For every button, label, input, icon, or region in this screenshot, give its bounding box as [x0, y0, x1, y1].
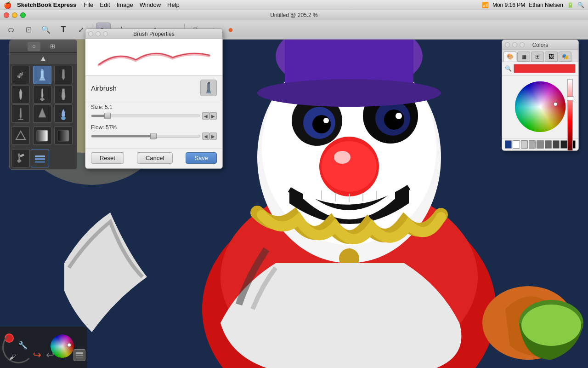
marker-tool[interactable] — [54, 66, 73, 84]
flow-increase-button[interactable]: ▶ — [209, 132, 217, 140]
user-name: Ethan Nielsen — [529, 2, 563, 8]
dark-gradient-tool[interactable] — [54, 126, 73, 145]
colors-search-icon[interactable]: 🔍 — [505, 65, 512, 72]
color-wheel-button[interactable]: ● — [223, 23, 238, 37]
brush-stroke-preview — [85, 39, 222, 76]
smear-tool[interactable] — [11, 104, 30, 123]
svg-point-11 — [312, 115, 331, 133]
main-title-bar: Untitled @ 205.2 % — [0, 10, 588, 20]
arc-tool-icon[interactable]: 🔧 — [18, 341, 28, 350]
bottom-left-toolbar: 🔧 🖌 ↩ ↩ — [0, 327, 87, 368]
search-icon[interactable]: 🔍 — [577, 2, 584, 8]
colors-tab-wheel[interactable]: 🎨 — [503, 52, 516, 62]
brush-dialog-close[interactable] — [88, 31, 93, 36]
color-value-thumb[interactable] — [567, 97, 574, 100]
colors-tab-image[interactable]: 🖼 — [545, 52, 558, 62]
size-slider-row: ◀ ▶ — [91, 112, 217, 120]
lasso-tool-button[interactable]: ⬭ — [4, 23, 18, 37]
brush-dialog-maximize[interactable] — [103, 31, 108, 36]
svg-rect-43 — [90, 41, 218, 74]
ink-pen-tool[interactable] — [11, 85, 30, 104]
swatch-5[interactable] — [545, 140, 552, 149]
round-brush-tool[interactable] — [33, 85, 51, 104]
colors-tab-swatches[interactable]: ▦ — [517, 52, 530, 62]
text-tool-button[interactable]: T — [56, 23, 71, 37]
layer-panel-tool[interactable] — [31, 149, 49, 167]
menu-image[interactable]: Image — [117, 1, 133, 8]
panel-tools-header: ▲ — [10, 53, 77, 64]
window-close-button[interactable] — [4, 12, 9, 18]
window-maximize-button[interactable] — [20, 12, 26, 18]
blend-tool[interactable] — [33, 104, 51, 123]
reset-button[interactable]: Reset — [91, 152, 124, 164]
panel-header: ○ ⊞ — [10, 40, 77, 53]
svg-point-12 — [384, 109, 404, 130]
window-minimize-button[interactable] — [12, 12, 17, 18]
calligraphy-tool[interactable] — [54, 85, 73, 104]
triangle-shape-tool[interactable] — [11, 126, 30, 145]
layers-button[interactable] — [74, 349, 85, 361]
flow-slider-track[interactable] — [91, 135, 200, 138]
window-title: Untitled @ 205.2 % — [270, 12, 318, 18]
panel-tab-circle[interactable]: ○ — [28, 42, 40, 51]
airbrush-tool[interactable] — [33, 66, 51, 84]
swatch-0[interactable] — [505, 140, 512, 149]
svg-rect-41 — [35, 158, 45, 160]
size-slider-track[interactable] — [91, 115, 200, 117]
menu-edit[interactable]: Edit — [100, 1, 110, 8]
zoom-tool-button[interactable]: 🔍 — [39, 23, 53, 37]
crop-tool-button[interactable]: ⊡ — [21, 23, 36, 37]
brush-dialog-minimize[interactable] — [96, 31, 101, 36]
cancel-button[interactable]: Cancel — [137, 152, 173, 164]
save-button[interactable]: Save — [186, 152, 217, 164]
svg-point-14 — [396, 113, 402, 119]
paint-tool-icon[interactable]: 🖌 — [9, 353, 17, 361]
colors-panel: Colors 🎨 ▦ ⊞ 🖼 🎭 🔍 — [502, 40, 579, 151]
pencil-tool[interactable]: ✏ — [11, 66, 30, 84]
colors-minimize-button[interactable] — [512, 42, 517, 47]
colors-close-button[interactable] — [505, 42, 510, 47]
wifi-icon: 📶 — [482, 2, 489, 8]
colors-panel-title: Colors — [532, 42, 548, 48]
color-value-slider[interactable] — [567, 79, 573, 151]
size-slider-thumb[interactable] — [104, 113, 111, 119]
colors-tab-palette[interactable]: 🎭 — [559, 52, 571, 62]
swatch-7[interactable] — [560, 140, 567, 149]
swatch-2[interactable] — [521, 140, 528, 149]
swatch-6[interactable] — [553, 140, 560, 149]
current-color-preview[interactable] — [514, 64, 576, 73]
swatch-3[interactable] — [529, 140, 536, 149]
brush-icon-button[interactable] — [200, 80, 217, 96]
swatch-1[interactable] — [513, 140, 520, 149]
time-display: Mon 9:16 PM — [492, 2, 525, 8]
bucket-fill-tool[interactable] — [11, 149, 30, 167]
colors-search-row: 🔍 — [502, 62, 578, 75]
panel-collapse-button[interactable]: ▲ — [40, 54, 47, 63]
swatch-4[interactable] — [537, 140, 543, 149]
size-decrease-button[interactable]: ◀ — [202, 112, 209, 120]
svg-rect-45 — [76, 352, 83, 354]
brush-dialog-buttons: Reset Cancel Save — [85, 148, 222, 168]
svg-point-25 — [257, 79, 441, 107]
menu-window[interactable]: Window — [140, 1, 161, 8]
flow-slider-fill — [91, 135, 153, 137]
flow-slider-thumb[interactable] — [150, 133, 157, 139]
colors-tab-grid[interactable]: ⊞ — [531, 52, 544, 62]
panel-tab-grid[interactable]: ⊞ — [46, 42, 59, 51]
svg-point-13 — [323, 118, 329, 123]
flow-decrease-button[interactable]: ◀ — [202, 132, 209, 140]
dropper-tool[interactable] — [54, 104, 73, 123]
gradient-tool[interactable] — [33, 126, 51, 145]
redo-button[interactable]: ↩ — [46, 349, 54, 361]
flow-slider-row: ◀ ▶ — [91, 132, 217, 140]
colors-maximize-button[interactable] — [520, 42, 525, 47]
menu-file[interactable]: File — [84, 1, 93, 8]
app-name[interactable]: SketchBook Express — [17, 1, 76, 8]
menu-help[interactable]: Help — [167, 1, 180, 8]
size-increase-button[interactable]: ▶ — [209, 112, 217, 120]
color-wheel[interactable] — [513, 79, 568, 134]
undo-button[interactable]: ↩ — [33, 349, 41, 361]
flow-control-row: Flow: 57% ◀ ▶ — [91, 124, 217, 140]
brush-properties-dialog: Brush Properties Airbrush S — [85, 29, 223, 169]
apple-menu[interactable]: 🍎 — [4, 1, 11, 9]
